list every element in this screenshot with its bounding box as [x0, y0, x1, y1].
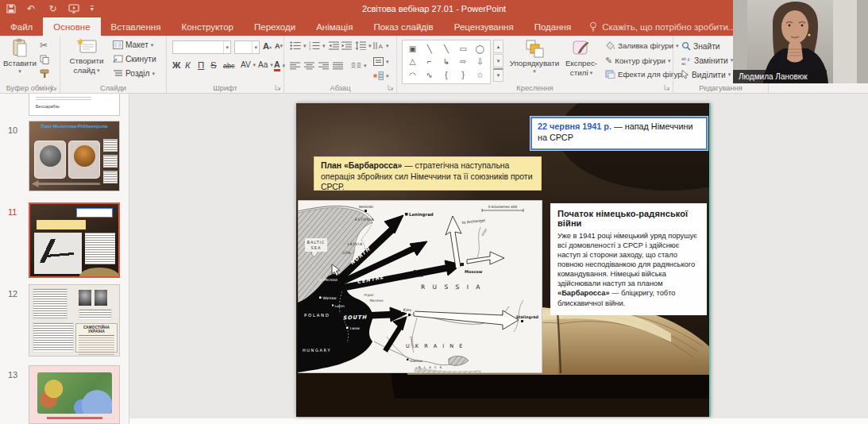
plan-term: План «Барбаросса»	[321, 161, 402, 170]
text-direction-button[interactable]: A▾	[373, 41, 389, 50]
line-spacing-button[interactable]: ▾	[355, 41, 372, 50]
character-spacing-button[interactable]: AV▾	[241, 60, 256, 69]
reset-button[interactable]: Скинути	[113, 55, 156, 64]
thumbnail-slide-13[interactable]	[29, 365, 120, 424]
shape-right-brace-icon[interactable]: }	[462, 71, 465, 79]
arrow-strip	[32, 180, 100, 187]
font-name-combo[interactable]: ▾	[172, 40, 231, 54]
shape-elbow-arrow-icon[interactable]: ↳	[443, 57, 449, 66]
war-start-text-box[interactable]: Початок німецько-радянської війни Уже в …	[550, 203, 707, 315]
text-direction-icon: A	[373, 41, 384, 50]
thumbnail-slide-12[interactable]: САМОСТІЙНА УКРАЇНА	[29, 284, 120, 357]
paste-button[interactable]: Вставити▾	[3, 38, 37, 75]
increase-indent-button[interactable]	[341, 41, 352, 50]
shape-elbow-icon[interactable]: ⌐	[427, 57, 432, 66]
shape-curve-icon[interactable]: ∿	[426, 71, 433, 79]
arrange-button[interactable]: Упорядкувати▾	[508, 39, 561, 75]
thumbnail-slide-10[interactable]: Пакт Молотова-Ріббентропа	[29, 121, 120, 191]
thumbnail-slide-9-fragment[interactable]: Бессарабію	[29, 94, 120, 116]
bullets-button[interactable]: ▾	[290, 41, 307, 50]
tab-review[interactable]: Рецензування	[444, 17, 524, 36]
tab-design[interactable]: Конструктор	[171, 17, 244, 36]
convert-smartart-button[interactable]: ▾	[373, 71, 389, 80]
slide-thumbnail-panel[interactable]: Бессарабію 10 Пакт Молотова-Ріббентропа …	[0, 94, 129, 424]
align-right-button[interactable]	[318, 62, 329, 70]
quick-styles-button[interactable]: Експрес- стилі▾	[562, 39, 600, 78]
copy-button[interactable]	[40, 55, 49, 64]
svg-text:BALTIC: BALTIC	[307, 240, 326, 245]
thumbnail-slide-title: Пакт Молотова-Ріббентропа	[29, 124, 119, 129]
align-text-button[interactable]: ▾	[373, 57, 389, 66]
date-text-box[interactable]: 22 червня 1941 р. — напад Німеччини на С…	[530, 117, 708, 150]
italic-button[interactable]: К	[185, 60, 197, 70]
columns-button[interactable]: ▾	[351, 62, 367, 70]
grow-font-button[interactable]: A▴	[263, 41, 272, 51]
shapes-more-button[interactable]: ▾	[493, 68, 503, 82]
tab-home[interactable]: Основне	[43, 17, 100, 36]
justify-button[interactable]	[333, 62, 343, 70]
change-case-button[interactable]: Aa▾	[258, 60, 273, 69]
group-font: ▾ ▾ A▴ A▾ Ж К П S abc AV▾ Aa▾ A▾ Шрифт	[167, 36, 284, 93]
plan-barbarossa-box[interactable]: План «Барбаросса» — стратегічна наступал…	[314, 156, 542, 191]
shapes-scroll-down-button[interactable]: ▾	[493, 54, 503, 67]
shape-rectangle-icon[interactable]: ▭	[459, 44, 466, 53]
bold-button[interactable]: Ж	[172, 60, 184, 70]
shape-triangle-icon[interactable]: △	[410, 57, 416, 66]
slide-editing-area[interactable]: 22 червня 1941 р. — напад Німеччини на С…	[296, 103, 711, 417]
font-size-combo[interactable]: ▾	[234, 40, 260, 54]
strikethrough-button[interactable]: S	[210, 60, 222, 70]
shrink-font-button[interactable]: A▾	[275, 42, 283, 50]
decrease-indent-button[interactable]	[329, 41, 339, 50]
font-color-button[interactable]: A▾	[274, 60, 285, 71]
layout-button[interactable]: Макет▾	[113, 40, 153, 49]
shapes-scroll-up-button[interactable]: ▴	[493, 40, 503, 53]
newspaper-title: САМОСТІЙНА УКРАЇНА	[76, 326, 117, 333]
align-center-button[interactable]	[304, 62, 314, 70]
shape-left-brace-icon[interactable]: {	[445, 71, 447, 79]
date-highlight: 22 червня 1941 р.	[538, 121, 611, 131]
tab-transitions[interactable]: Переходи	[244, 17, 306, 36]
shape-arc-icon[interactable]: ◠	[409, 71, 416, 79]
cut-button[interactable]: ✂	[40, 40, 48, 51]
tab-insert[interactable]: Вставлення	[101, 17, 172, 36]
clipboard-dialog-launcher[interactable]	[51, 84, 57, 91]
svg-text:Leningrad: Leningrad	[409, 212, 434, 218]
align-left-button[interactable]	[290, 62, 300, 70]
align-left-icon	[290, 62, 300, 70]
paragraph-dialog-launcher[interactable]	[388, 84, 394, 91]
format-painter-button[interactable]	[40, 69, 49, 79]
barbarossa-map-image[interactable]: BALTIC SEA Volga Dnieper B L A C K	[298, 200, 542, 373]
shape-star-icon[interactable]: ☆	[476, 71, 484, 79]
shape-fill-button[interactable]: Заливка фігури▾	[605, 41, 678, 50]
shape-down-arrow-icon[interactable]: ⇩	[476, 57, 483, 66]
shapes-gallery[interactable]: ▣ ╲ ╲ ▭ ◯ △ ⌐ ↳ ⇨ ⇩ ◠ ∿ { } ☆	[402, 40, 491, 84]
justify-icon	[333, 62, 343, 70]
numbering-button[interactable]: 123▾	[309, 41, 326, 50]
webcam-video-overlay[interactable]: Людмила Лановюк	[733, 0, 868, 83]
font-dialog-launcher[interactable]	[275, 84, 281, 91]
quick-styles-icon	[572, 39, 591, 58]
tab-view[interactable]: Подання	[524, 17, 581, 36]
shape-line-icon[interactable]: ╲	[427, 44, 432, 53]
shape-outline-button[interactable]: ✎ Контур фігури▾	[605, 56, 670, 66]
shape-textbox-icon[interactable]: ▣	[409, 44, 416, 53]
tab-animations[interactable]: Анімація	[306, 17, 363, 36]
shape-arrow-line-icon[interactable]: ╲	[444, 44, 449, 53]
select-button[interactable]: Виділити▾	[681, 70, 731, 79]
svg-text:0 Kilometres 400: 0 Kilometres 400	[488, 205, 518, 209]
section-button[interactable]: Розділ▾	[113, 69, 155, 78]
find-button[interactable]: Знайти	[681, 41, 720, 51]
shape-right-arrow-icon[interactable]: ⇨	[460, 57, 466, 66]
tell-me-box[interactable]: Скажіть, що потрібно зробити...	[589, 17, 735, 36]
new-slide-button[interactable]: Створити слайд▾	[65, 38, 108, 75]
shape-oval-icon[interactable]: ◯	[476, 44, 484, 53]
drawing-dialog-launcher[interactable]	[664, 84, 670, 91]
svg-text:Smolensk: Smolensk	[407, 274, 424, 278]
portrait-photo	[79, 290, 91, 306]
tab-slideshow[interactable]: Показ слайдів	[363, 17, 443, 36]
replace-button[interactable]: abac Замінити▾	[681, 56, 733, 65]
underline-button[interactable]: П	[198, 60, 210, 70]
clear-formatting-button[interactable]: abc	[223, 62, 235, 70]
thumbnail-slide-11-selected[interactable]	[29, 202, 120, 278]
tab-file[interactable]: Файл	[0, 17, 43, 36]
